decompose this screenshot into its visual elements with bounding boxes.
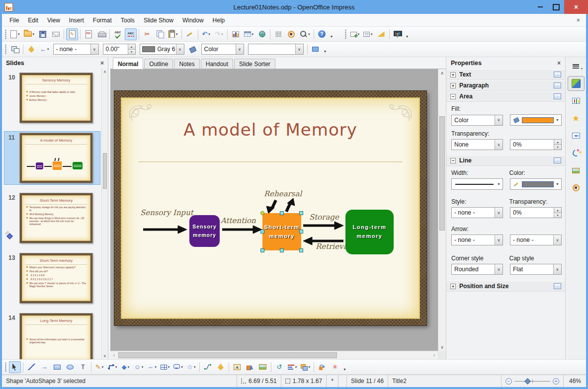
zoom-button-dropdown[interactable]: ▾ [308, 32, 310, 36]
menu-edit[interactable]: Edit [23, 14, 43, 26]
cut-button[interactable]: ✂ [141, 28, 153, 40]
spellcheck-button[interactable]: ABC [112, 28, 124, 40]
presentation-toolbar-options[interactable]: ▾ [404, 28, 411, 40]
close-document-button[interactable]: × [573, 16, 583, 24]
arrange-button[interactable]: ▾ [299, 361, 312, 373]
section-text[interactable]: + Text [446, 69, 565, 80]
select-tool-button[interactable] [9, 361, 21, 373]
connector-tool-button-dropdown[interactable]: ▾ [115, 365, 117, 369]
help-button[interactable]: ? [316, 28, 328, 40]
label-rehearsal[interactable]: Rehearsal [264, 189, 302, 198]
scroll-down-icon[interactable]: ∨ [438, 343, 446, 351]
chevron-down-icon[interactable]: ∨ [553, 235, 561, 245]
save-button[interactable] [37, 28, 49, 40]
section-paragraph[interactable]: + Paragraph [446, 80, 565, 91]
line-style-select[interactable]: - none -∨ [53, 44, 99, 55]
spinner-buttons[interactable]: ▲▼ [554, 140, 561, 150]
tab-notes[interactable]: Notes [174, 59, 199, 69]
line-color-select[interactable]: ▼ [510, 178, 562, 190]
zoom-thumb[interactable] [524, 378, 531, 385]
label-storage[interactable]: Storage [309, 213, 339, 222]
tab-outline[interactable]: Outline [144, 59, 173, 69]
fill-type-select[interactable]: Color∨ [201, 44, 244, 55]
rectangle-tool-button[interactable] [51, 361, 63, 373]
rotate-button[interactable]: ↺ [273, 361, 285, 373]
scroll-up-icon[interactable]: ∧ [102, 69, 108, 75]
close-button[interactable]: × [564, 0, 588, 14]
edit-points-button[interactable] [202, 361, 214, 373]
expand-icon[interactable]: + [450, 284, 456, 289]
position-size-button[interactable] [9, 43, 21, 55]
tab-handout[interactable]: Handout [201, 59, 233, 69]
slide-thumbnail-11[interactable]: 11A model of Memory [4, 131, 100, 185]
dropdown-arrow-icon[interactable]: ▼ [556, 182, 559, 186]
transparency-spinner[interactable]: 0% ▲▼ [510, 139, 562, 150]
dialog-launcher-icon[interactable] [554, 283, 561, 289]
display-grid-button[interactable] [272, 28, 284, 40]
chevron-down-icon[interactable]: ∨ [495, 235, 503, 245]
dialog-launcher-icon[interactable] [554, 82, 561, 88]
selection-handle-top-left[interactable] [260, 211, 264, 215]
block-arrows-button-dropdown[interactable]: ▾ [155, 365, 157, 369]
slide-thumbnail-14[interactable]: 14Long-Term MemoryStores all the informa… [4, 311, 100, 359]
sidebar-settings-button[interactable] [569, 62, 583, 71]
flowchart-button[interactable]: ▾ [159, 361, 171, 373]
line-color-select[interactable]: Gray 6∨ [140, 44, 184, 55]
zoom-percent[interactable]: 46% [563, 375, 586, 387]
spinner-buttons[interactable]: ▲▼ [554, 208, 561, 218]
menu-insert[interactable]: Insert [65, 14, 88, 26]
collapse-icon[interactable]: − [450, 158, 456, 163]
arrow-end-select[interactable]: - none - ∨ [510, 234, 562, 245]
presentation-toolbar-grip[interactable] [344, 29, 347, 39]
fill-type-select-open[interactable]: ∨ [236, 44, 244, 54]
standard-toolbar-options[interactable]: ▾ [329, 28, 335, 40]
zoom-track[interactable] [514, 378, 550, 385]
chevron-down-icon[interactable]: ∨ [495, 115, 503, 125]
menu-slide-show[interactable]: Slide Show [139, 14, 178, 26]
scroll-down-icon[interactable]: ∨ [102, 353, 108, 359]
email-button[interactable] [50, 28, 62, 40]
dialog-launcher-icon[interactable] [554, 72, 561, 78]
basic-shapes-button-dropdown[interactable]: ▾ [128, 365, 130, 369]
dropdown-arrow-icon[interactable]: ▼ [556, 118, 559, 122]
menu-help[interactable]: Help [208, 14, 230, 26]
menu-format[interactable]: Format [88, 14, 116, 26]
expand-icon[interactable]: + [450, 72, 456, 78]
open-button-dropdown[interactable]: ▾ [33, 32, 35, 36]
symbol-shapes-button[interactable]: ☺▾ [133, 361, 145, 373]
standard-toolbar-grip[interactable] [4, 29, 7, 39]
minimize-button[interactable] [532, 0, 548, 14]
arrange-button-dropdown[interactable]: ▾ [308, 365, 310, 369]
scroll-left-icon[interactable]: ‹ [110, 351, 118, 359]
fill-color-select-open[interactable]: ∨ [295, 44, 303, 54]
export-pdf-button[interactable]: PDF [83, 28, 94, 40]
section-line[interactable]: − Line [446, 155, 565, 166]
collapse-icon[interactable]: − [450, 94, 456, 99]
paste-button[interactable]: ▾ [167, 28, 179, 40]
slide-canvas[interactable]: A model of Memory [114, 91, 426, 325]
stars-button[interactable]: ☆▾ [185, 361, 197, 373]
slides-panel-scrollbar[interactable]: ∧ ∨ [101, 69, 108, 359]
selection-handle-top-right[interactable] [299, 211, 303, 215]
navigator-button[interactable] [285, 28, 297, 40]
line-tool-button[interactable] [25, 361, 37, 373]
section-position-size[interactable]: + Position and Size [446, 281, 565, 292]
curve-tool-button[interactable]: ✎▾ [93, 361, 105, 373]
line-transparency-spinner[interactable]: 0% ▲▼ [510, 207, 562, 218]
scroll-up-icon[interactable]: ∧ [438, 69, 446, 77]
gallery-button[interactable] [257, 361, 269, 373]
slide-layout-button[interactable]: ▾ [362, 28, 374, 40]
menu-tools[interactable]: Tools [116, 14, 139, 26]
chevron-down-icon[interactable]: ∨ [495, 208, 503, 218]
menu-file[interactable]: File [5, 14, 23, 26]
menu-view[interactable]: View [43, 14, 65, 26]
line-width-spinner-up-icon[interactable]: ▲ [128, 44, 135, 49]
new-slide-button[interactable]: ▾ [349, 28, 361, 40]
sidebar-master-pages-tab[interactable] [568, 93, 585, 108]
slide-layout-status[interactable]: Title2 [388, 375, 501, 387]
print-button[interactable] [95, 28, 107, 40]
sidebar-gallery-tab[interactable] [568, 163, 585, 178]
zoom-in-icon[interactable]: + [553, 378, 559, 385]
label-sensory-input[interactable]: Sensory Input [140, 208, 193, 217]
new-document-button[interactable]: ▾ [9, 28, 21, 40]
